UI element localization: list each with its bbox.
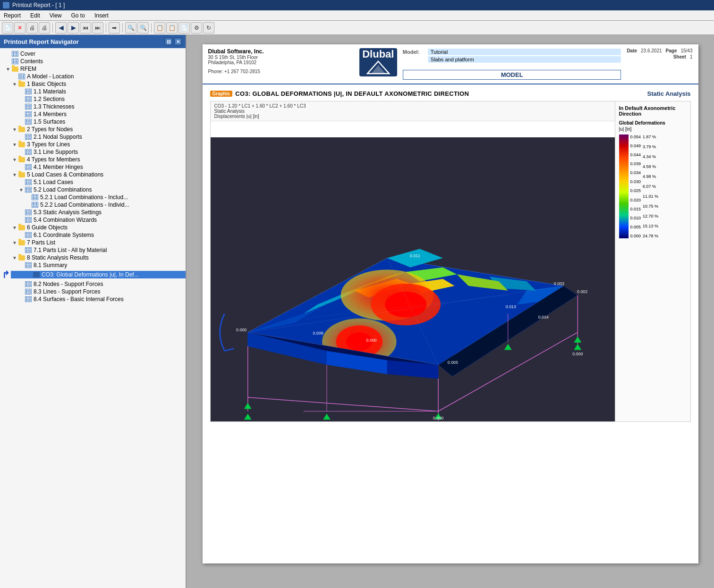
report-content: Graphic CO3: GLOBAL DEFORMATIONS |U|, IN… [203,84,698,428]
icon-1-5 [25,118,32,125]
settings-button[interactable]: ⚙ [191,22,202,34]
icon-7 [18,239,26,246]
nav-tree[interactable]: Cover Contents ▼ RFEM A Model - Location [0,48,186,588]
svg-text:0.000: 0.000 [236,328,246,332]
tree-item-3-types-lines[interactable]: ▼ 3 Types for Lines [0,141,186,148]
tree-item-5-4[interactable]: 5.4 Combination Wizards [0,216,186,224]
label-8-2: 8.2 Nodes - Support Forces [34,281,103,287]
zoom-in-button[interactable]: 🔍 [125,22,136,34]
tree-item-1-1[interactable]: 1.1 Materials [0,88,186,95]
tree-item-5-3[interactable]: 5.3 Static Analysis Settings [0,209,186,216]
info-line1: CO3 - 1.20 * LC1 + 1.60 * LC2 + 1.60 * L… [214,103,611,109]
refresh-button[interactable]: ↻ [203,22,214,34]
toggle-a-model [11,73,18,80]
zoom-out-button[interactable]: 🔍 [137,22,149,34]
label-contents: Contents [20,58,43,65]
tree-item-5-2[interactable]: ▼ 5.2 Load Combinations [0,186,186,193]
label-2: 2 Types for Nodes [27,126,73,133]
logo-text: Dlubal [362,48,394,60]
menu-insert[interactable]: Insert [93,12,110,19]
icon-5 [18,171,26,178]
arrow-indicator: ↱ [0,269,11,280]
tree-item-6-1[interactable]: 6.1 Coordinate Systems [0,231,186,239]
tree-item-8-2[interactable]: 8.2 Nodes - Support Forces [0,280,186,288]
tree-item-8-static[interactable]: ▼ 8 Static Analysis Results [0,254,186,261]
icon-1-basic [18,81,26,87]
navigator-pin-button[interactable]: ⊟ [165,38,172,45]
toggle-4-1 [18,164,25,170]
tree-item-1-5[interactable]: 1.5 Surfaces [0,118,186,126]
tree-item-5-2-1[interactable]: 5.2.1 Load Combinations - Includ... [0,193,186,201]
page-label: Page [666,48,677,53]
tree-item-a-model-location[interactable]: A Model - Location [0,73,186,80]
pdf-export-button[interactable]: 📄 [178,22,190,34]
icon-1-4 [25,111,32,118]
tree-item-7-parts[interactable]: ▼ 7 Parts List [0,239,186,246]
tree-item-2-types-nodes[interactable]: ▼ 2 Types for Nodes [0,126,186,133]
toggle-5-2: ▼ [18,186,25,193]
toggle-8-1 [18,262,25,269]
print-button[interactable]: 🖨 [26,22,38,34]
svg-text:0.000: 0.000 [366,338,376,343]
toggle-8: ▼ [11,254,18,261]
tree-item-3-1[interactable]: 3.1 Line Supports [0,148,186,156]
label-1-1: 1.1 Materials [34,88,66,95]
tree-item-7-1[interactable]: 7.1 Parts List - All by Material [0,246,186,254]
menu-edit[interactable]: Edit [28,12,42,19]
tree-item-co3[interactable]: CO3: Global Deformations |u|, In Def... [11,271,186,278]
last-button[interactable]: ⏭ [92,22,103,34]
toggle-7-1 [18,247,25,253]
icon-cover [11,50,19,57]
label-6: 6 Guide Objects [27,224,68,231]
legend-pct-1: 3.79 % [643,144,658,149]
tree-item-2-1[interactable]: 2.1 Nodal Supports [0,133,186,141]
page-setup-button[interactable]: 📋 [154,22,165,34]
legend-pct-8: 12.70 % [643,214,658,218]
tree-item-8-3[interactable]: 8.3 Lines - Support Forces [0,288,186,295]
model-row-1: Model: Tutorial [403,48,621,56]
tree-item-6-guide[interactable]: ▼ 6 Guide Objects [0,224,186,231]
arrow-left-button[interactable]: ◀ [55,22,67,34]
legend-subtitle-bottom: |u| [in] [619,126,687,132]
model-info-text: CO3 - 1.20 * LC1 + 1.60 * LC2 + 1.60 * L… [211,101,615,121]
tree-item-contents[interactable]: Contents [0,58,186,65]
page-setup2-button[interactable]: 📋 [166,22,178,34]
arrow-right-button[interactable]: ▶ [68,22,79,34]
tree-item-5-1[interactable]: 5.1 Load Cases [0,178,186,186]
toggle-2-1 [18,134,25,140]
label-1-4: 1.4 Members [34,111,67,118]
tree-item-4-1[interactable]: 4.1 Member Hinges [0,163,186,171]
tree-item-1-3[interactable]: 1.3 Thicknesses [0,103,186,110]
report-page: Dlubal Software, Inc. 30 S 15th St, 15th… [203,44,698,563]
first-button[interactable]: ⏮ [80,22,91,34]
date-value: 23.6.2021 [641,48,662,53]
tree-item-8-4[interactable]: 8.4 Surfaces - Basic Internal Forces [0,295,186,303]
menu-report[interactable]: Report [2,12,23,19]
close-button[interactable]: ✕ [14,22,26,34]
tree-item-8-1[interactable]: 8.1 Summary [0,261,186,269]
model-label-box: MODEL [403,70,621,80]
tree-item-1-4[interactable]: 1.4 Members [0,110,186,118]
new-button[interactable]: 📄 [2,22,13,34]
menu-view[interactable]: View [48,12,64,19]
legend-gradient: 0.054 0.049 0.044 0.039 0.034 0.030 0.02… [619,134,687,238]
legend-val-6: 0.025 [630,188,641,193]
tree-item-rfem[interactable]: ▼ RFEM [0,65,186,73]
tree-item-4-types-members[interactable]: ▼ 4 Types for Members [0,156,186,163]
tree-item-5-2-2[interactable]: 5.2.2 Load Combinations - Individ... [0,201,186,209]
tree-item-cover[interactable]: Cover [0,50,186,58]
info-line3: Displacements |u| [in] [214,114,611,119]
icon-3 [18,141,26,148]
toolbar: 📄 ✕ 🖨 🖨 ◀ ▶ ⏮ ⏭ ➡ 🔍 🔍 📋 📋 📄 ⚙ ↻ [0,21,714,35]
print-preview-button[interactable]: 🖨 [39,22,50,34]
tree-item-1-2[interactable]: 1.2 Sections [0,95,186,103]
info-line2: Static Analysis [214,109,611,114]
icon-contents [11,58,19,65]
sheet-row: Sheet 1 [673,54,693,59]
navigator-close-button[interactable]: ✕ [174,38,182,45]
export-button[interactable]: ➡ [109,22,120,34]
menu-goto[interactable]: Go to [69,12,87,19]
tree-item-5-load[interactable]: ▼ 5 Load Cases & Combinations [0,171,186,178]
tree-item-1-basic-objects[interactable]: ▼ 1 Basic Objects [0,80,186,88]
icon-3-1 [25,149,32,155]
